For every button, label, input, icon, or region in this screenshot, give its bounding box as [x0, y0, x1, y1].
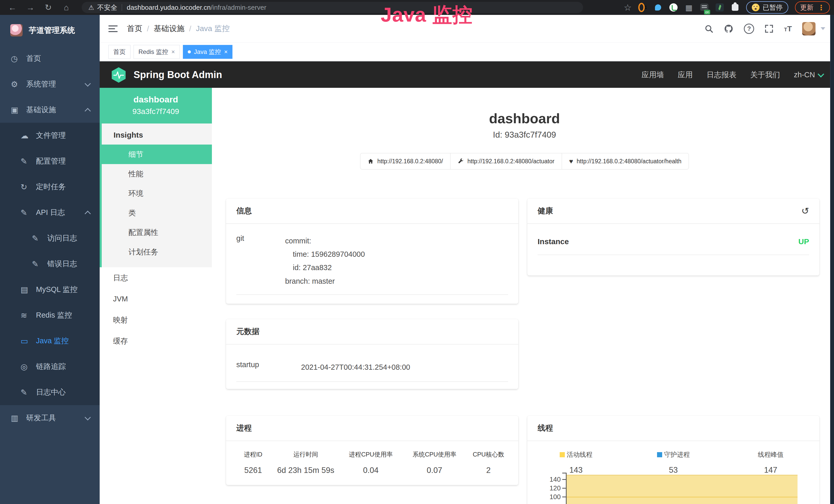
instance-name: dashboard [102, 94, 209, 105]
service-url-button[interactable]: http://192.168.0.2:48080/ [360, 153, 451, 169]
sidebar-item-system[interactable]: ⚙ 系统管理 [0, 71, 100, 97]
process-col-system-cpu: 系统CPU使用率 0.07 [403, 450, 466, 475]
sba-header: Spring Boot Admin 应用墙 应用 日志报表 关于我们 zh-CN [100, 61, 834, 88]
metadata-key: startup [236, 361, 301, 374]
breadcrumb-current: Java 监控 [196, 23, 230, 34]
font-size-icon[interactable]: TT [784, 24, 792, 33]
process-col-pid: 进程ID 5261 [234, 450, 272, 475]
sba-nav-wallboard[interactable]: 应用墙 [642, 70, 664, 80]
avatar-caret-icon[interactable] [821, 27, 825, 30]
sba-nav-applications[interactable]: 应用 [678, 70, 693, 80]
sidebar-item-tracing[interactable]: ◎ 链路追踪 [0, 354, 100, 380]
browser-reload-icon[interactable]: ↻ [44, 3, 53, 12]
yuque-extension-icon[interactable] [669, 3, 678, 12]
instance-nav-config-props[interactable]: 配置属性 [102, 223, 212, 242]
actuator-url-button[interactable]: http://192.168.0.2:48080/actuator [450, 153, 562, 169]
instance-links: http://192.168.0.2:48080/ http://192.168… [226, 153, 823, 169]
bookmark-star-icon[interactable]: ☆ [624, 2, 632, 13]
y-tick-100: 100 [540, 493, 561, 501]
process-col-uptime: 运行时间 6d 23h 15m 59s [272, 450, 339, 475]
help-icon[interactable]: ? [744, 24, 754, 34]
url-path: /infra/admin-server [211, 4, 266, 12]
sidebar-item-access-log[interactable]: ✎ 访问日志 [0, 225, 100, 251]
github-icon[interactable] [724, 24, 733, 33]
breadcrumb-infra[interactable]: 基础设施 [154, 23, 184, 34]
info-key: git [236, 234, 285, 288]
browser-menu-icon[interactable]: ⋮ [817, 3, 825, 12]
sba-nav: 应用墙 应用 日志报表 关于我们 zh-CN [642, 70, 823, 80]
instance-nav-mappings[interactable]: 映射 [100, 310, 212, 330]
address-bar[interactable]: ⚠ 不安全 dashboard.yudao.iocoder.cn /infra/… [82, 2, 583, 13]
instance-nav-metrics[interactable]: 性能 [102, 164, 212, 184]
instance-nav-logs[interactable]: 日志 [100, 267, 212, 288]
puzzle-extensions-icon[interactable] [731, 3, 740, 12]
log-icon: ✎ [32, 259, 47, 269]
sidebar-item-error-log[interactable]: ✎ 错误日志 [0, 251, 100, 277]
instance-nav-jvm[interactable]: JVM [100, 288, 212, 310]
instance-nav-caches[interactable]: 缓存 [100, 330, 212, 351]
chevron-down-icon [817, 71, 824, 77]
sidebar-item-mysql-monitor[interactable]: ▤ MySQL 监控 [0, 277, 100, 302]
layers-icon: ≋ [21, 311, 36, 320]
not-secure-label: 不安全 [97, 3, 117, 12]
instance-sidebar: dashboard 93a3fc7f7409 Insights 细节 性能 环境… [100, 88, 212, 504]
browser-forward-icon[interactable]: → [26, 3, 35, 12]
instance-nav-details[interactable]: 细节 [102, 144, 212, 164]
search-icon[interactable] [704, 24, 714, 33]
breadcrumb: 首页 / 基础设施 / Java 监控 [127, 23, 229, 34]
sba-nav-about[interactable]: 关于我们 [750, 70, 780, 80]
sba-brand-title: Spring Boot Admin [134, 69, 222, 81]
switch-extension-icon[interactable]: on [700, 3, 709, 12]
close-icon[interactable]: × [171, 48, 175, 55]
tab-redis-monitor[interactable]: Redis 监控 × [134, 45, 180, 59]
sidebar-item-scheduled-jobs[interactable]: ↻ 定时任务 [0, 174, 100, 200]
sidebar-item-api-log[interactable]: ✎ API 日志 [0, 200, 100, 225]
instance-nav-classes[interactable]: 类 [102, 203, 212, 223]
grid-extension-icon[interactable]: ▦ [684, 3, 693, 12]
log-icon: ✎ [21, 388, 36, 397]
legend-daemon-threads: 守护进程 53 [625, 450, 722, 475]
sidebar-item-redis-monitor[interactable]: ≋ Redis 监控 [0, 302, 100, 328]
sidebar-item-log-center[interactable]: ✎ 日志中心 [0, 380, 100, 405]
history-icon[interactable]: ↺ [802, 206, 809, 216]
browser-back-icon[interactable]: ← [8, 3, 17, 12]
legend-live-threads: 活动线程 143 [527, 450, 625, 475]
active-tab-dot [188, 50, 191, 53]
metadata-card-title: 元数据 [226, 319, 518, 345]
instance-nav-scheduled-tasks[interactable]: 计划任务 [102, 242, 212, 261]
paused-profile-chip[interactable]: 已暂停 [746, 1, 788, 14]
sba-nav-journal[interactable]: 日志报表 [707, 70, 737, 80]
tab-java-monitor[interactable]: Java 监控 × [183, 45, 233, 59]
sync-extension-icon[interactable]: 1 [638, 3, 647, 12]
instance-header[interactable]: dashboard 93a3fc7f7409 [100, 88, 212, 123]
pin-extension-icon[interactable] [654, 3, 662, 12]
process-card-title: 进程 [226, 416, 518, 441]
y-tick-140: 140 [540, 476, 561, 483]
health-url-button[interactable]: ♥ http://192.168.0.2:48080/actuator/heal… [562, 153, 689, 169]
instance-nav-environment[interactable]: 环境 [102, 184, 212, 203]
browser-home-icon[interactable]: ⌂ [62, 3, 71, 12]
eye-icon: ◎ [21, 362, 36, 371]
hamburger-icon[interactable] [108, 24, 118, 34]
app-logo-row: 芋道管理系统 [0, 15, 100, 46]
sidebar-item-infra[interactable]: ▣ 基础设施 [0, 97, 100, 123]
leaf-extension-icon[interactable] [715, 3, 724, 12]
sidebar-item-config-mgmt[interactable]: ✎ 配置管理 [0, 148, 100, 174]
sba-locale-select[interactable]: zh-CN [794, 71, 823, 79]
breadcrumb-home[interactable]: 首页 [127, 23, 142, 34]
sidebar-item-file-mgmt[interactable]: ☁ 文件管理 [0, 123, 100, 148]
close-icon[interactable]: × [224, 48, 227, 55]
sidebar-item-dev-tools[interactable]: ▥ 研发工具 [0, 405, 100, 431]
app-logo-image [10, 24, 23, 37]
user-avatar[interactable] [802, 22, 815, 36]
fullscreen-icon[interactable] [764, 24, 774, 33]
sidebar-item-home[interactable]: ◷ 首页 [0, 46, 100, 71]
sidebar-submenu-infra: ☁ 文件管理 ✎ 配置管理 ↻ 定时任务 ✎ API 日志 ✎ 访问日志 ✎ [0, 123, 100, 405]
sba-brand[interactable]: Spring Boot Admin [110, 67, 222, 83]
chrome-update-button[interactable]: 更新 ⋮ [795, 1, 830, 14]
home-icon [368, 158, 374, 164]
sidebar-item-java-monitor[interactable]: ▭ Java 监控 [0, 328, 100, 354]
tab-home[interactable]: 首页 [108, 45, 130, 59]
paused-label: 已暂停 [763, 3, 783, 12]
sba-logo-icon [110, 67, 127, 83]
